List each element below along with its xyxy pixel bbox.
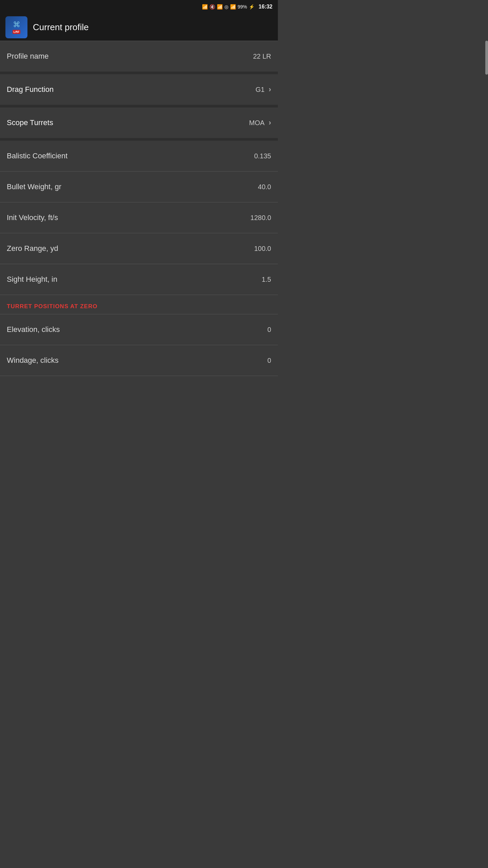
windage-clicks-label: Windage, clicks bbox=[7, 356, 59, 365]
sight-height-item[interactable]: Sight Height, in 1.5 bbox=[0, 264, 278, 295]
profile-name-value-container: 22 LR bbox=[253, 53, 271, 60]
elevation-clicks-label: Elevation, clicks bbox=[7, 325, 60, 334]
elevation-clicks-value: 0 bbox=[267, 326, 271, 334]
wifi-icon: 📶 bbox=[217, 4, 223, 9]
divider-wc bbox=[0, 376, 278, 376]
section-divider-2 bbox=[0, 105, 278, 107]
section-divider-1 bbox=[0, 72, 278, 74]
battery-charging-icon: ⚡ bbox=[249, 4, 255, 9]
scope-turrets-value: MOA bbox=[249, 119, 265, 127]
status-icons: 📶 🔇 📶 ◎ 📶 99% ⚡ bbox=[202, 4, 255, 9]
zero-range-value-container: 100.0 bbox=[254, 245, 271, 253]
mute-icon: 🔇 bbox=[209, 4, 215, 9]
drag-function-value-container: G1 › bbox=[256, 85, 271, 94]
ballistic-coefficient-value: 0.135 bbox=[254, 152, 271, 160]
ballistic-coefficient-label: Balistic Coefficient bbox=[7, 152, 67, 160]
scope-turrets-item[interactable]: Scope Turrets MOA › bbox=[0, 107, 278, 138]
bullet-weight-item[interactable]: Bullet Weight, gr 40.0 bbox=[0, 172, 278, 202]
zero-range-value: 100.0 bbox=[254, 245, 271, 253]
battery-percentage: 99% bbox=[238, 4, 247, 9]
windage-clicks-item[interactable]: Windage, clicks 0 bbox=[0, 345, 278, 376]
bullet-weight-label: Bullet Weight, gr bbox=[7, 182, 61, 191]
sight-height-value-container: 1.5 bbox=[262, 276, 271, 283]
scope-turrets-chevron-icon: › bbox=[269, 118, 271, 127]
ballistic-coefficient-value-container: 0.135 bbox=[254, 152, 271, 160]
bullet-weight-value-container: 40.0 bbox=[258, 183, 271, 191]
init-velocity-value-container: 1280.0 bbox=[250, 214, 271, 222]
logo-icon: ⌘ bbox=[13, 20, 20, 29]
profile-name-item: Profile name 22 LR bbox=[0, 41, 278, 72]
status-bar: 📶 🔇 📶 ◎ 📶 99% ⚡ 16:32 bbox=[0, 0, 278, 14]
turret-section-label: TURRET POSITIONS AT ZERO bbox=[7, 303, 98, 310]
data-icon: ◎ bbox=[224, 4, 228, 9]
init-velocity-item[interactable]: Init Velocity, ft/s 1280.0 bbox=[0, 202, 278, 233]
drag-function-label: Drag Function bbox=[7, 85, 54, 94]
signal-icon: 📶 bbox=[230, 4, 236, 9]
status-time: 16:32 bbox=[259, 4, 272, 10]
scope-turrets-value-container: MOA › bbox=[249, 118, 271, 127]
scope-turrets-label: Scope Turrets bbox=[7, 118, 53, 127]
drag-function-chevron-icon: › bbox=[269, 85, 271, 94]
zero-range-label: Zero Range, yd bbox=[7, 244, 58, 253]
windage-clicks-value-container: 0 bbox=[267, 357, 271, 364]
init-velocity-value: 1280.0 bbox=[250, 214, 271, 222]
windage-clicks-value: 0 bbox=[267, 357, 271, 364]
zero-range-item[interactable]: Zero Range, yd 100.0 bbox=[0, 233, 278, 264]
app-header: ⌘ LRF Current profile bbox=[0, 14, 278, 41]
sight-height-value: 1.5 bbox=[262, 276, 271, 283]
bluetooth-icon: 📶 bbox=[202, 4, 208, 9]
init-velocity-label: Init Velocity, ft/s bbox=[7, 213, 58, 222]
section-divider-3 bbox=[0, 138, 278, 141]
elevation-clicks-item[interactable]: Elevation, clicks 0 bbox=[0, 314, 278, 345]
drag-function-value: G1 bbox=[256, 86, 265, 94]
profile-name-label: Profile name bbox=[7, 52, 49, 61]
drag-function-item[interactable]: Drag Function G1 › bbox=[0, 74, 278, 105]
app-title: Current profile bbox=[33, 22, 89, 33]
profile-name-value: 22 LR bbox=[253, 53, 271, 60]
elevation-clicks-value-container: 0 bbox=[267, 326, 271, 334]
sight-height-label: Sight Height, in bbox=[7, 275, 57, 284]
logo-badge: LRF bbox=[13, 30, 21, 34]
bullet-weight-value: 40.0 bbox=[258, 183, 271, 191]
turret-section-header: TURRET POSITIONS AT ZERO bbox=[0, 295, 278, 314]
ballistic-coefficient-item[interactable]: Balistic Coefficient 0.135 bbox=[0, 141, 278, 171]
app-logo: ⌘ LRF bbox=[5, 16, 27, 38]
